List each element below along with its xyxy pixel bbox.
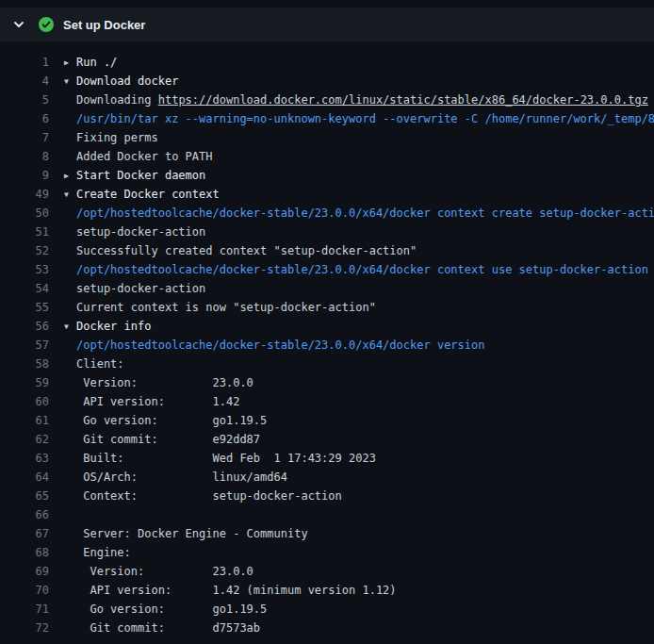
line-number[interactable]: 56 (0, 317, 49, 336)
log-text: Version: 23.0.0 (76, 565, 253, 578)
line-number[interactable]: 49 (0, 185, 49, 204)
log-line-row: 69 Version: 23.0.0 (0, 562, 654, 581)
log-line-row: 70 API version: 1.42 (minimum version 1.… (0, 581, 654, 600)
log-line-row: 53/opt/hostedtoolcache/docker-stable/23.… (0, 260, 654, 279)
line-number[interactable]: 59 (0, 373, 49, 392)
log-group-row[interactable]: 56▼Docker info (0, 317, 654, 336)
log-text: Current context is now "setup-docker-act… (76, 301, 376, 314)
line-number[interactable]: 61 (0, 411, 49, 430)
group-title: Start Docker daemon (76, 169, 205, 182)
line-number[interactable]: 60 (0, 392, 49, 411)
log-line-row: 7Fixing perms (0, 128, 654, 147)
group-triangle-expanded-icon[interactable]: ▼ (64, 318, 76, 336)
line-number[interactable]: 7 (0, 128, 49, 147)
log-text: Downloading (76, 93, 158, 107)
log-line-row: 67 Server: Docker Engine - Community (0, 524, 654, 543)
line-number[interactable]: 51 (0, 223, 49, 241)
log-line-row: 62 Git commit: e92dd87 (0, 430, 654, 449)
log-line-row: 63 Built: Wed Feb 1 17:43:29 2023 (0, 449, 654, 468)
log-text: Client: (76, 357, 124, 371)
log-line-row: 6/usr/bin/tar xz --warning=no-unknown-ke… (0, 109, 654, 128)
log-line-row: 71 Go version: go1.19.5 (0, 600, 654, 619)
log-text: Built: Wed Feb 1 17:43:29 2023 (76, 452, 376, 465)
log-text: Engine: (76, 546, 131, 559)
line-number[interactable]: 64 (0, 468, 49, 487)
log-text: setup-docker-action (76, 225, 205, 239)
log-text: Context: setup-docker-action (76, 489, 342, 503)
line-number[interactable]: 8 (0, 147, 49, 166)
line-number[interactable]: 1 (0, 53, 49, 72)
line-number[interactable]: 52 (0, 241, 49, 260)
log-text: OS/Arch: linux/amd64 (76, 471, 287, 484)
log-line-row: 65 Context: setup-docker-action (0, 487, 654, 505)
log-line-row: 58Client: (0, 355, 654, 373)
log-line-row: 72 Git commit: d7573ab (0, 619, 654, 637)
line-number[interactable]: 58 (0, 355, 49, 373)
log-group-row[interactable]: 4▼Download docker (0, 72, 654, 91)
log-line-row: 64 OS/Arch: linux/amd64 (0, 468, 654, 487)
line-number[interactable]: 68 (0, 543, 49, 562)
line-number[interactable]: 69 (0, 562, 49, 581)
line-number[interactable]: 70 (0, 581, 49, 600)
log-text: API version: 1.42 (76, 395, 239, 408)
group-triangle-expanded-icon[interactable]: ▼ (64, 186, 76, 204)
log-group-row[interactable]: 49▼Create Docker context (0, 185, 654, 204)
log-text: API version: 1.42 (minimum version 1.12) (76, 584, 397, 597)
log-text: Go version: go1.19.5 (76, 414, 267, 427)
line-number[interactable]: 63 (0, 449, 49, 468)
log-line-row: 66 (0, 505, 654, 524)
line-number[interactable]: 65 (0, 487, 49, 505)
log-text: Git commit: e92dd87 (76, 433, 260, 446)
log-group-row[interactable]: 9▶Start Docker daemon (0, 166, 654, 185)
log-line-row: 54setup-docker-action (0, 279, 654, 298)
line-number[interactable]: 66 (0, 505, 49, 524)
log-command-text: /opt/hostedtoolcache/docker-stable/23.0.… (76, 206, 654, 220)
log-text: Git commit: d7573ab (76, 621, 260, 635)
line-number[interactable]: 71 (0, 600, 49, 619)
group-triangle-collapsed-icon[interactable]: ▶ (64, 54, 76, 72)
log-line-row: 60 API version: 1.42 (0, 392, 654, 411)
group-title: Create Docker context (76, 188, 220, 201)
log-text: Added Docker to PATH (76, 150, 213, 163)
line-number[interactable]: 62 (0, 430, 49, 449)
log-text: Version: 23.0.0 (76, 376, 253, 389)
workflow-log-panel: Set up Docker 1▶Run ./4▼Download docker5… (0, 8, 654, 644)
chevron-down-icon[interactable] (11, 17, 26, 32)
line-number[interactable]: 54 (0, 279, 49, 298)
line-number[interactable]: 9 (0, 166, 49, 185)
line-number[interactable]: 50 (0, 204, 49, 223)
log-command-text: /opt/hostedtoolcache/docker-stable/23.0.… (76, 263, 648, 276)
log-line-row: 68 Engine: (0, 543, 654, 562)
log-lines: 1▶Run ./4▼Download docker5Downloading ht… (0, 41, 654, 637)
line-number[interactable]: 72 (0, 619, 49, 637)
log-text: Server: Docker Engine - Community (76, 527, 308, 540)
log-command-text: /opt/hostedtoolcache/docker-stable/23.0.… (76, 339, 484, 352)
step-title: Set up Docker (63, 18, 145, 32)
group-title: Download docker (76, 74, 178, 88)
line-number[interactable]: 6 (0, 109, 49, 128)
success-check-circle-icon (39, 17, 54, 32)
line-number[interactable]: 4 (0, 72, 49, 91)
log-line-row: 8Added Docker to PATH (0, 147, 654, 166)
line-number[interactable]: 53 (0, 260, 49, 279)
log-line-row: 57/opt/hostedtoolcache/docker-stable/23.… (0, 336, 654, 355)
line-number[interactable]: 55 (0, 298, 49, 317)
group-triangle-collapsed-icon[interactable]: ▶ (64, 167, 76, 185)
group-title: Run ./ (76, 56, 117, 69)
log-line-row: 55Current context is now "setup-docker-a… (0, 298, 654, 317)
line-number[interactable]: 5 (0, 91, 49, 109)
line-number[interactable]: 67 (0, 524, 49, 543)
group-title: Docker info (76, 320, 151, 333)
log-text: Go version: go1.19.5 (76, 603, 267, 616)
group-triangle-expanded-icon[interactable]: ▼ (64, 73, 76, 91)
log-text: Fixing perms (76, 131, 158, 144)
step-header[interactable]: Set up Docker (0, 8, 654, 41)
log-url-link[interactable]: https://download.docker.com/linux/static… (158, 93, 648, 107)
log-line-row: 5Downloading https://download.docker.com… (0, 91, 654, 109)
log-line-row: 61 Go version: go1.19.5 (0, 411, 654, 430)
line-number[interactable]: 57 (0, 336, 49, 355)
log-group-row[interactable]: 1▶Run ./ (0, 53, 654, 72)
log-command-text: /usr/bin/tar xz --warning=no-unknown-key… (76, 112, 654, 125)
log-text: Successfully created context "setup-dock… (76, 244, 417, 257)
log-line-row: 52Successfully created context "setup-do… (0, 241, 654, 260)
